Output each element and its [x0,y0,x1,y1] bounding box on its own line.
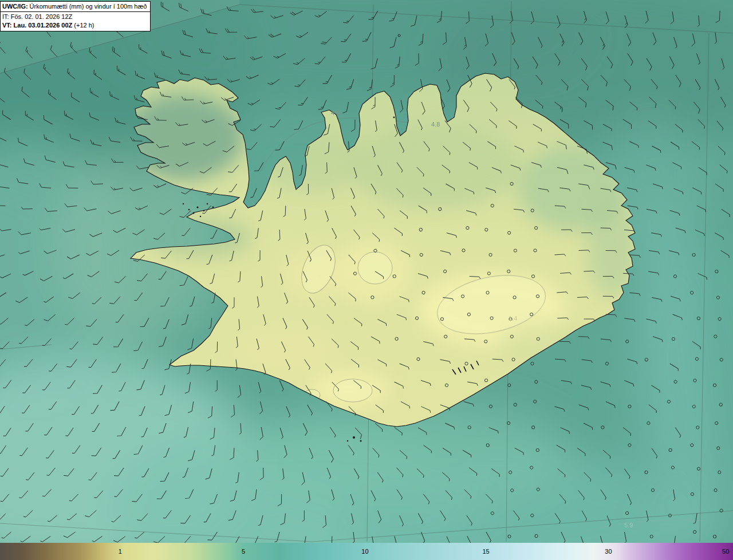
title-box: UWC/IG:Úrkomumætti (mm) og vindur í 100m… [0,1,151,31]
colorbar-tick-10: 10 [361,548,368,555]
model-label: UWC/IG: [2,3,28,10]
colorbar-ticks: 1510153050 [0,543,733,560]
valid-time: Lau. 03.01.2026 00Z [14,22,73,29]
colorbar-tick-5: 5 [242,548,245,555]
model-title: Úrkomumætti (mm) og vindur í 100m hæð [30,3,147,10]
title-row-init-time: IT: Fös. 02. 01. 2026 12Z [1,13,150,21]
colorbar-tick-15: 15 [483,548,490,555]
valid-label: VT: [2,22,12,29]
weather-map-canvas: 4.84.81.45.9 [0,0,733,560]
contour-label: 5.9 [624,522,633,529]
colorbar-tick-50: 50 [722,548,729,555]
colorbar-tick-1: 1 [119,548,122,555]
valid-time-offset: (+12 h) [74,22,94,29]
weather-map-viewport: 4.84.81.45.9 UWC/IG:Úrkomumætti (mm) og … [0,0,733,560]
contour-label: 1.4 [509,315,517,322]
init-time: Fös. 02. 01. 2026 12Z [11,13,73,20]
colorbar: 1510153050 [0,543,733,560]
title-row-model: UWC/IG:Úrkomumætti (mm) og vindur í 100m… [0,1,151,12]
init-label: IT: [2,13,9,20]
contour-label: 4.8 [331,109,340,116]
title-row-valid-time: VT: Lau. 03.01.2026 00Z (+12 h) [1,21,150,30]
colorbar-tick-30: 30 [605,548,612,555]
contour-label: 4.8 [431,121,440,128]
